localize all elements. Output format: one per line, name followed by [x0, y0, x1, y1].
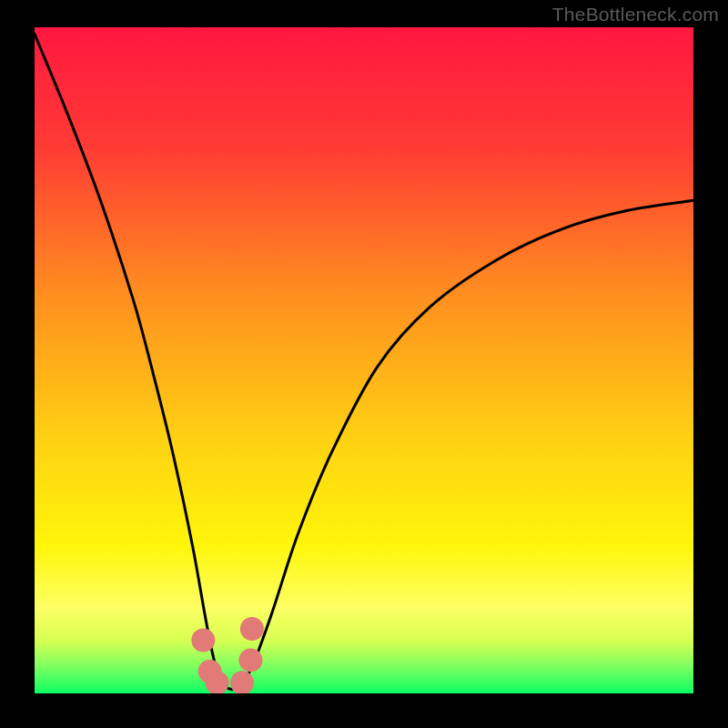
- attribution-text: TheBottleneck.com: [552, 4, 719, 25]
- plot-area: [35, 27, 693, 693]
- marker-f: [240, 617, 264, 641]
- plot-svg: [35, 27, 693, 693]
- outer-frame: TheBottleneck.com: [0, 0, 728, 728]
- gradient-background: [35, 27, 693, 693]
- marker-a: [191, 628, 215, 652]
- marker-e: [238, 648, 262, 672]
